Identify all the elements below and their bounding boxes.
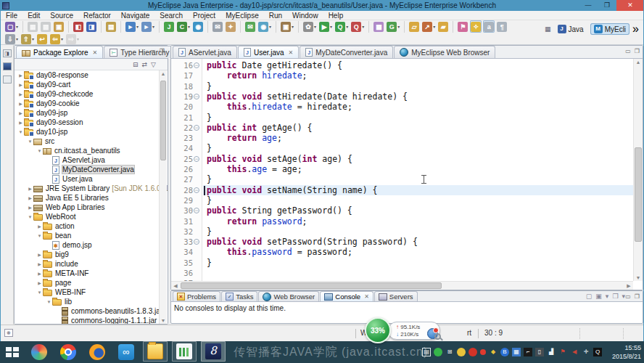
menu-edit[interactable]: Edit: [22, 11, 45, 20]
dropdown-arrow-icon[interactable]: ▾: [362, 24, 364, 29]
twisty-icon[interactable]: ▼: [27, 215, 33, 219]
scroll-left-icon[interactable]: ◀: [173, 283, 178, 289]
dropdown-arrow-icon[interactable]: ▾: [433, 24, 435, 29]
scroll-up-icon[interactable]: ▲: [634, 60, 643, 65]
twisty-icon[interactable]: ▼: [27, 139, 33, 144]
tree-item-web-inf[interactable]: ▼WEB-INF: [15, 287, 159, 297]
dropdown-arrow-icon[interactable]: ▾: [77, 36, 79, 41]
window-wizard-icon[interactable]: ▣▾: [280, 20, 294, 33]
external-tools-icon[interactable]: ✿▾: [302, 20, 317, 33]
network-tray-icon[interactable]: ▟: [547, 348, 556, 356]
run-exploded-icon[interactable]: ◧: [73, 20, 84, 33]
editor-vscrollbar[interactable]: ▲ ▼: [633, 59, 643, 281]
dropdown-arrow-icon[interactable]: ▾: [606, 293, 609, 300]
dropdown-arrow-icon[interactable]: ▾: [61, 36, 63, 41]
firefox-app[interactable]: [85, 341, 110, 363]
deploy-archive-icon[interactable]: ▣: [53, 20, 65, 33]
show-whitespace-toggle-icon[interactable]: ¶: [496, 20, 508, 33]
tree-item-user-java[interactable]: JUser.java: [15, 174, 159, 184]
menu-window[interactable]: Window: [287, 11, 323, 20]
back-history-icon[interactable]: ⇦▾: [49, 33, 64, 45]
dropdown-arrow-icon[interactable]: ▾: [136, 24, 139, 29]
twisty-icon[interactable]: ▶: [36, 271, 43, 276]
minimize-view-icon[interactable]: ▭: [625, 293, 631, 301]
tab-close-icon[interactable]: ✕: [364, 293, 369, 300]
start-button[interactable]: [0, 341, 25, 363]
fold-marker-icon[interactable]: –: [194, 125, 199, 131]
tree-item-day08-response[interactable]: ▶day08-response: [15, 70, 159, 80]
view-tab-package-explore[interactable]: Package Explore✕: [16, 46, 103, 58]
twisty-icon[interactable]: ▶: [36, 280, 43, 285]
display-selected-console-icon[interactable]: ▣: [595, 293, 602, 300]
dropdown-arrow-icon[interactable]: ▾: [32, 36, 34, 41]
editor-hscroll-thumb[interactable]: [181, 282, 442, 289]
tree-item-lib[interactable]: ▼lib: [15, 297, 159, 306]
script8-app[interactable]: 8: [201, 341, 226, 362]
tree-item-web-app-libraries[interactable]: ▶Web App Libraries: [15, 203, 159, 212]
editor-tab-aservlet-java[interactable]: JAServlet.java: [173, 46, 237, 58]
mail-icon[interactable]: ✉: [212, 20, 223, 33]
tree-item-mydateconverter-java[interactable]: JMyDateConverter.java: [15, 165, 159, 174]
twisty-icon[interactable]: ▶: [36, 224, 43, 229]
open-folder-icon[interactable]: ▱: [408, 20, 420, 33]
console-tab-tasks[interactable]: ✓Tasks: [221, 291, 257, 301]
menu-search[interactable]: Search: [154, 11, 188, 20]
dropdown-arrow-icon[interactable]: ▾: [269, 24, 271, 29]
menu-source[interactable]: Source: [45, 11, 78, 20]
dropdown-arrow-icon[interactable]: ▾: [188, 24, 190, 29]
q-app-tray-icon[interactable]: Q: [593, 348, 602, 356]
forward-history-icon[interactable]: ⇨▾: [65, 33, 80, 45]
last-edit-location-icon[interactable]: ↩: [36, 33, 48, 45]
tree-item-day09-session[interactable]: ▶day09-session: [15, 118, 159, 127]
coin-tray-icon[interactable]: ◆: [489, 348, 498, 356]
dropdown-arrow-icon[interactable]: ▾: [16, 36, 18, 41]
twisty-icon[interactable]: ▶: [17, 120, 24, 125]
menu-run[interactable]: Run: [264, 11, 287, 20]
touch-keyboard-tray-icon[interactable]: ▤: [422, 348, 431, 356]
minimized-outline-icon[interactable]: [3, 76, 12, 83]
save-icon[interactable]: ▦: [27, 20, 38, 33]
run-server-red-icon[interactable]: Q▾: [350, 20, 365, 33]
editor-tab-mydateconverter-java[interactable]: JMyDateConverter.java: [300, 46, 393, 58]
windows-tray-icon[interactable]: ⊞: [445, 348, 454, 356]
dropdown-arrow-icon[interactable]: ▾: [292, 24, 294, 29]
tree-scroll-thumb[interactable]: [160, 81, 166, 160]
menu-file[interactable]: File: [1, 11, 22, 20]
dropdown-arrow-icon[interactable]: ▾: [16, 24, 18, 29]
coverage-icon[interactable]: G▾: [386, 20, 400, 33]
fold-marker-icon[interactable]: –: [194, 156, 199, 162]
magnifier-icon[interactable]: [434, 333, 441, 340]
menu-navigate[interactable]: Navigate: [116, 11, 154, 20]
restore-views-icon[interactable]: ◨: [3, 49, 12, 57]
collapse-all-icon[interactable]: ⊟: [133, 61, 139, 68]
twisty-icon[interactable]: ▶: [17, 91, 24, 97]
debug-as-server-icon[interactable]: ►▾: [141, 20, 155, 33]
minimized-editor-icon[interactable]: [3, 62, 12, 70]
menu-project[interactable]: Project: [188, 11, 220, 20]
twisty-icon[interactable]: ▶: [27, 186, 33, 191]
perspective-java[interactable]: JJava: [554, 23, 587, 35]
close-button[interactable]: ✕: [616, 0, 644, 11]
open-perspective-icon[interactable]: ▦: [545, 25, 551, 33]
tab-close-icon[interactable]: ✕: [289, 49, 294, 56]
tree-item-day09-checkcode[interactable]: ▶day09-checkcode: [15, 89, 159, 99]
run-server-green-icon[interactable]: Q▾: [334, 20, 349, 33]
perspective-myecli[interactable]: MMyEcli: [590, 23, 629, 35]
run-icon[interactable]: ▶▾: [318, 20, 333, 33]
flag-alert-tray-icon[interactable]: ⚑: [558, 348, 567, 356]
view-menu-icon[interactable]: ▽: [151, 61, 156, 68]
scroll-down-icon[interactable]: ▼: [160, 318, 167, 323]
new-class-icon[interactable]: C▾: [176, 20, 191, 33]
editor-hscrollbar[interactable]: ◀ ▶: [171, 281, 633, 290]
scroll-down-icon[interactable]: ▼: [634, 275, 643, 280]
tree-item-jre-system-library[interactable]: ▶JRE System Library[Sun JDK 1.6.0_13]: [15, 184, 159, 193]
tree-item-commons-beanutils-1-8-3-jar[interactable]: commons-beanutils-1.8.3.jar: [15, 306, 159, 316]
tree-item-day10-jsp[interactable]: ▼day10-jsp: [15, 127, 159, 136]
fold-marker-icon[interactable]: –: [194, 187, 199, 193]
maximize-view-icon[interactable]: ❐: [160, 48, 165, 55]
twisty-icon[interactable]: ▶: [36, 261, 43, 266]
messenger-tray-icon[interactable]: [457, 348, 466, 356]
junit-icon[interactable]: ▩: [373, 20, 384, 33]
tree-item-aservlet-java[interactable]: JAServlet.java: [15, 155, 159, 165]
trim-widget-icon[interactable]: ❋: [4, 329, 13, 337]
